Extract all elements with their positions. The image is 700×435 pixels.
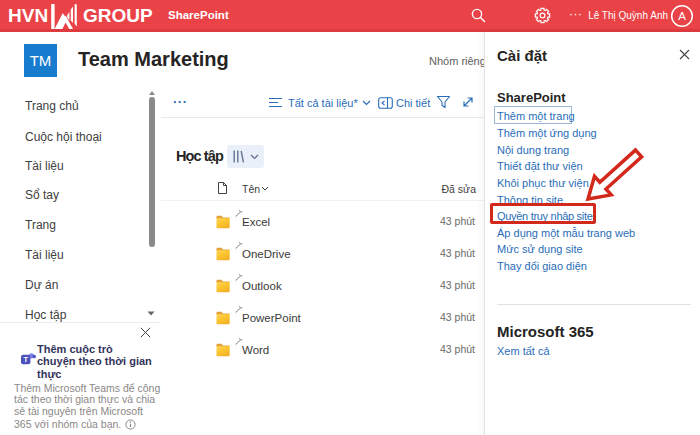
svg-text:T: T [23, 355, 28, 364]
svg-text:A: A [678, 10, 686, 22]
